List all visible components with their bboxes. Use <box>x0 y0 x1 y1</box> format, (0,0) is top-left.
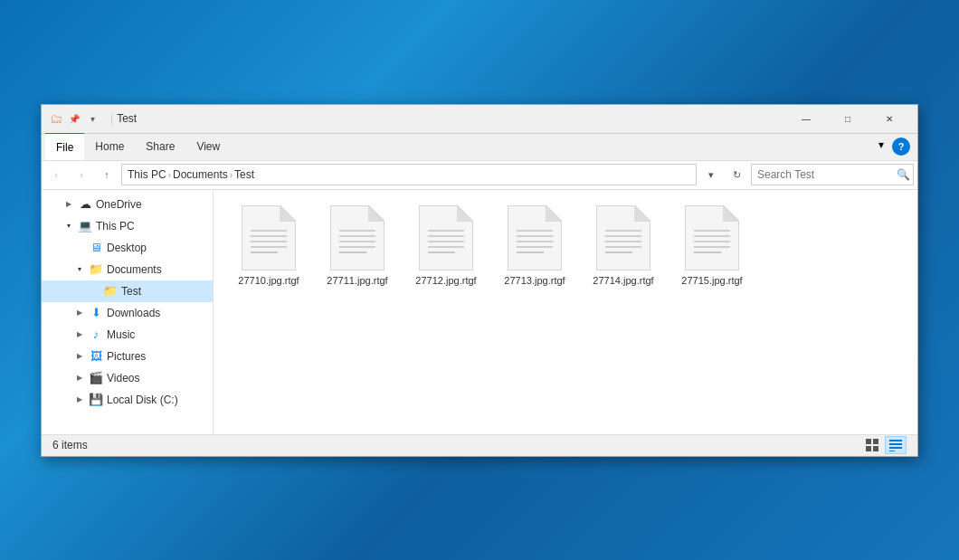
svg-rect-47 <box>889 443 902 445</box>
help-button[interactable]: ? <box>892 138 910 156</box>
menu-expand-icon[interactable]: ▾ <box>874 138 888 152</box>
file-icon-1 <box>242 205 296 271</box>
dropdown-icon: ▾ <box>85 111 100 126</box>
file-name-2: 27711.jpg.rtgf <box>327 274 387 287</box>
menu-tab-home[interactable]: Home <box>84 133 135 160</box>
expand-arrow-localdisk: ▶ <box>74 394 85 405</box>
videos-label: Videos <box>107 372 139 384</box>
file-item-4[interactable]: 27713.jpg.rtgf <box>494 201 575 291</box>
thispc-label: This PC <box>96 220 135 233</box>
svg-rect-49 <box>889 451 895 451</box>
window-controls: — □ ✕ <box>785 104 910 133</box>
music-icon: ♪ <box>89 327 103 342</box>
file-item-5[interactable]: 27714.jpg.rtgf <box>583 201 664 291</box>
file-name-3: 27712.jpg.rtgf <box>415 274 476 287</box>
svg-rect-42 <box>866 439 871 444</box>
close-button[interactable]: ✕ <box>869 104 910 133</box>
test-label: Test <box>121 285 141 298</box>
svg-rect-46 <box>889 440 902 441</box>
desktop-label: Desktop <box>107 242 147 254</box>
breadcrumb-documents[interactable]: Documents › <box>173 168 233 181</box>
maximize-button[interactable]: □ <box>827 104 869 133</box>
expand-arrow-documents: ▾ <box>74 264 85 275</box>
breadcrumb-thispc[interactable]: This PC › <box>128 168 171 181</box>
test-icon: 📁 <box>103 284 118 299</box>
view-buttons <box>861 436 907 454</box>
content-area: 27710.jpg.rtgf 27711.jpg.rtgf <box>214 190 917 434</box>
svg-rect-44 <box>866 446 871 451</box>
localdisk-label: Local Disk (C:) <box>107 394 178 406</box>
sidebar-item-desktop[interactable]: ▶ 🖥 Desktop <box>42 237 213 259</box>
file-item-3[interactable]: 27712.jpg.rtgf <box>405 201 487 291</box>
list-view-button[interactable] <box>885 436 907 454</box>
onedrive-icon: ☁ <box>78 197 92 212</box>
file-item-1[interactable]: 27710.jpg.rtgf <box>228 201 309 291</box>
svg-rect-45 <box>873 446 878 451</box>
search-input[interactable] <box>757 168 893 181</box>
file-icon-5 <box>596 205 650 271</box>
breadcrumb-test[interactable]: Test <box>234 168 254 181</box>
onedrive-label: OneDrive <box>96 198 142 211</box>
sidebar-item-onedrive[interactable]: ▶ ☁ OneDrive <box>42 194 213 215</box>
folder-icon: 🗂 <box>49 111 63 126</box>
downloads-label: Downloads <box>107 307 160 319</box>
refresh-button[interactable]: ↻ <box>726 164 747 185</box>
menu-bar-right: ▾ ? <box>874 138 914 156</box>
breadcrumb-sep-2: › <box>230 170 233 180</box>
file-icon-2 <box>330 205 385 271</box>
file-icon-4 <box>508 205 562 271</box>
expand-arrow-videos: ▶ <box>74 373 85 384</box>
sidebar-item-pictures[interactable]: ▶ 🖼 Pictures <box>42 346 213 367</box>
menu-tab-view[interactable]: View <box>185 133 231 160</box>
expand-arrow-music: ▶ <box>74 329 85 340</box>
breadcrumb-thispc-label: This PC <box>128 168 166 181</box>
sidebar: ▶ ☁ OneDrive ▾ 💻 This PC ▶ 🖥 Desktop ▾ 📁… <box>42 190 214 434</box>
expand-arrow-downloads: ▶ <box>74 308 85 318</box>
window-title: Test <box>117 112 785 125</box>
up-button[interactable]: ↑ <box>96 164 118 185</box>
sidebar-item-music[interactable]: ▶ ♪ Music <box>42 324 213 346</box>
search-icon[interactable]: 🔍 <box>897 168 910 181</box>
grid-view-button[interactable] <box>861 436 883 454</box>
localdisk-icon: 💾 <box>89 393 103 407</box>
pictures-icon: 🖼 <box>89 349 103 364</box>
file-explorer-window: 🗂 📌 ▾ | Test — □ ✕ File Home Share View … <box>41 104 918 457</box>
breadcrumb-documents-label: Documents <box>173 168 228 181</box>
item-count: 6 items <box>52 439 88 451</box>
minimize-button[interactable]: — <box>785 104 827 133</box>
pictures-label: Pictures <box>107 350 146 363</box>
sidebar-item-thispc[interactable]: ▾ 💻 This PC <box>42 215 213 237</box>
breadcrumb-dropdown-button[interactable]: ▾ <box>700 164 722 185</box>
music-label: Music <box>107 328 135 341</box>
downloads-icon: ⬇ <box>89 306 103 320</box>
forward-button[interactable]: › <box>71 164 92 185</box>
file-name-1: 27710.jpg.rtgf <box>238 274 299 287</box>
expand-arrow-thispc: ▾ <box>63 221 74 232</box>
search-box: 🔍 <box>751 164 914 185</box>
address-bar: ‹ › ↑ This PC › Documents › Test ▾ ↻ 🔍 <box>42 161 917 190</box>
documents-label: Documents <box>107 263 162 276</box>
menu-tab-share[interactable]: Share <box>135 133 185 160</box>
file-item-2[interactable]: 27711.jpg.rtgf <box>317 201 398 291</box>
breadcrumb-bar[interactable]: This PC › Documents › Test <box>121 164 697 185</box>
sidebar-item-test[interactable]: ▶ 📁 Test <box>42 280 213 302</box>
file-icon-6 <box>685 205 739 271</box>
expand-arrow-pictures: ▶ <box>74 351 85 362</box>
documents-icon: 📁 <box>89 262 103 277</box>
file-item-6[interactable]: 27715.jpg.rtgf <box>671 201 753 291</box>
videos-icon: 🎬 <box>89 371 103 385</box>
breadcrumb-sep-1: › <box>168 170 171 180</box>
breadcrumb-test-label: Test <box>234 168 254 181</box>
sidebar-item-documents[interactable]: ▾ 📁 Documents <box>42 259 213 280</box>
menu-tab-file[interactable]: File <box>45 133 84 160</box>
desktop-icon: 🖥 <box>89 241 103 255</box>
sidebar-item-localdisk[interactable]: ▶ 💾 Local Disk (C:) <box>42 389 213 411</box>
title-bar: 🗂 📌 ▾ | Test — □ ✕ <box>42 105 917 134</box>
sidebar-item-downloads[interactable]: ▶ ⬇ Downloads <box>42 302 213 324</box>
expand-arrow-onedrive: ▶ <box>63 199 74 210</box>
status-bar: 6 items <box>42 434 917 456</box>
file-name-5: 27714.jpg.rtgf <box>593 274 653 287</box>
back-button[interactable]: ‹ <box>45 164 67 185</box>
svg-rect-48 <box>889 447 902 449</box>
sidebar-item-videos[interactable]: ▶ 🎬 Videos <box>42 367 213 389</box>
